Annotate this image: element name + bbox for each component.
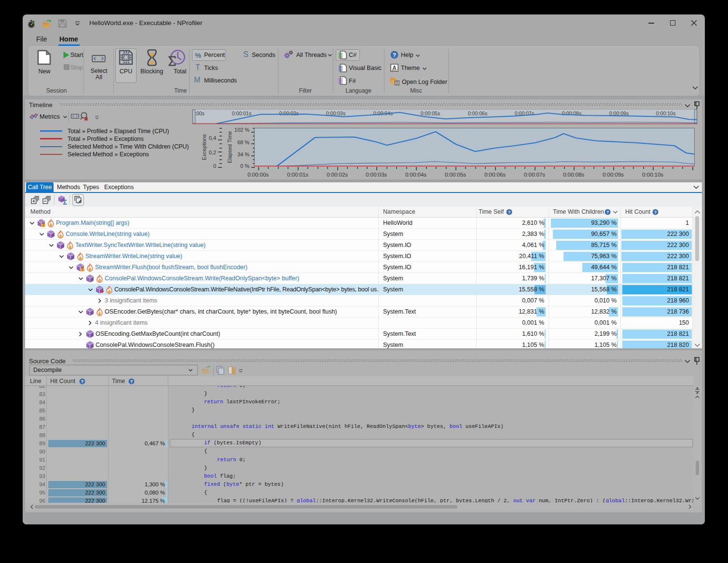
svg-text:?: ? xyxy=(606,210,609,215)
svg-text:?: ? xyxy=(508,210,511,215)
svg-text:?: ? xyxy=(130,379,133,384)
svg-text:?: ? xyxy=(393,52,396,58)
svg-text:?: ? xyxy=(81,379,84,384)
svg-text:?: ? xyxy=(654,210,657,215)
svg-text:Σ: Σ xyxy=(63,198,67,206)
svg-text:A: A xyxy=(393,65,397,70)
